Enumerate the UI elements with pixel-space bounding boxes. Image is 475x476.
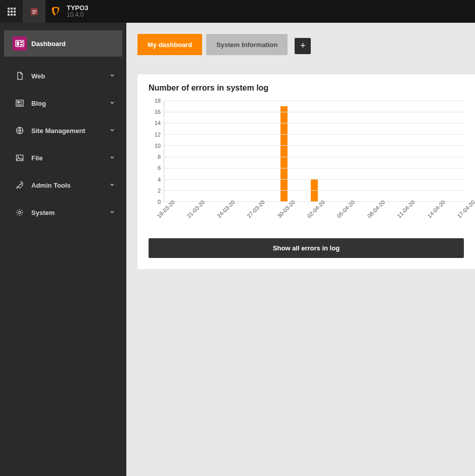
rocket-icon bbox=[11, 181, 28, 189]
sidebar-item-label: File bbox=[31, 154, 109, 162]
chevron-down-icon bbox=[109, 209, 115, 217]
svg-rect-11 bbox=[32, 12, 36, 13]
svg-rect-10 bbox=[32, 10, 36, 11]
y-tick: 0 bbox=[158, 199, 161, 205]
gear-icon bbox=[11, 208, 28, 217]
chevron-down-icon bbox=[109, 154, 115, 162]
pagetree-toggle-button[interactable] bbox=[23, 0, 45, 23]
chart-bars bbox=[164, 101, 464, 201]
sidebar-item-label: Dashboard bbox=[31, 40, 115, 48]
sidebar-item-admin-tools[interactable]: Admin Tools bbox=[4, 172, 122, 198]
svg-rect-16 bbox=[20, 44, 23, 46]
sidebar-item-label: Web bbox=[31, 72, 109, 80]
file-icon bbox=[11, 72, 28, 80]
y-tick: 6 bbox=[158, 165, 161, 171]
chart-y-axis: 024681012141618 bbox=[149, 101, 163, 202]
globe-icon bbox=[11, 126, 28, 135]
x-tick: 30-03-20 bbox=[276, 199, 296, 219]
chart-x-axis: 18-03-2021-03-2024-03-2027-03-2030-03-20… bbox=[164, 202, 464, 227]
svg-rect-18 bbox=[17, 101, 20, 103]
brand: TYPO3 10.4.0 bbox=[45, 0, 93, 23]
sidebar-item-label: Site Management bbox=[31, 127, 109, 135]
chart-plot-area bbox=[164, 101, 464, 202]
svg-rect-4 bbox=[11, 11, 13, 13]
sidebar-item-label: Blog bbox=[31, 100, 109, 107]
svg-point-25 bbox=[18, 156, 19, 158]
chevron-down-icon bbox=[109, 182, 115, 189]
svg-rect-12 bbox=[32, 13, 35, 14]
chart-bar bbox=[280, 106, 288, 201]
x-tick: 02-04-20 bbox=[306, 199, 326, 219]
svg-rect-7 bbox=[11, 14, 13, 16]
topbar: TYPO3 10.4.0 bbox=[0, 0, 475, 23]
tab-system-information[interactable]: System Information bbox=[206, 34, 288, 55]
dashboard-tabs: My dashboardSystem Information+ bbox=[126, 23, 475, 55]
sidebar-item-system[interactable]: System bbox=[4, 199, 122, 226]
x-tick: 08-04-20 bbox=[366, 199, 386, 219]
module-menu-button[interactable] bbox=[0, 0, 23, 23]
y-tick: 2 bbox=[158, 188, 161, 194]
svg-rect-6 bbox=[8, 14, 10, 16]
add-dashboard-button[interactable]: + bbox=[295, 38, 311, 54]
y-tick: 12 bbox=[155, 132, 161, 138]
x-tick: 24-03-20 bbox=[216, 199, 236, 219]
svg-rect-2 bbox=[14, 8, 16, 10]
image-icon bbox=[11, 154, 28, 162]
typo3-logo-icon bbox=[49, 5, 63, 19]
x-tick: 14-04-20 bbox=[426, 199, 446, 219]
dashboard-icon bbox=[11, 36, 28, 51]
grid-icon bbox=[8, 8, 16, 16]
svg-rect-24 bbox=[17, 155, 23, 161]
y-tick: 8 bbox=[158, 154, 161, 160]
tab-my-dashboard[interactable]: My dashboard bbox=[137, 34, 202, 55]
brand-name: TYPO3 bbox=[67, 5, 88, 12]
y-tick: 18 bbox=[155, 98, 161, 104]
x-tick: 21-03-20 bbox=[186, 199, 206, 219]
x-tick: 05-04-20 bbox=[336, 199, 356, 219]
plus-icon: + bbox=[300, 40, 306, 51]
main: My dashboardSystem Information+ Number o… bbox=[126, 23, 475, 476]
show-all-errors-button[interactable]: Show all errors in log bbox=[149, 238, 464, 258]
sidebar: DashboardWebBlogSite ManagementFileAdmin… bbox=[0, 23, 126, 476]
svg-rect-0 bbox=[8, 8, 10, 10]
chart: 024681012141618 18-03-2021-03-2024-03-20… bbox=[149, 101, 464, 227]
news-icon bbox=[11, 99, 28, 107]
widget-title: Number of errors in system log bbox=[149, 83, 464, 93]
sidebar-item-blog[interactable]: Blog bbox=[4, 90, 122, 116]
y-tick: 10 bbox=[155, 143, 161, 149]
x-tick: 11-04-20 bbox=[396, 199, 416, 219]
chevron-down-icon bbox=[109, 100, 115, 107]
errors-widget: Number of errors in system log 024681012… bbox=[137, 74, 475, 269]
clipboard-icon bbox=[30, 7, 39, 16]
svg-point-27 bbox=[19, 211, 21, 214]
x-tick: 17-04-20 bbox=[456, 199, 475, 219]
sidebar-item-site-management[interactable]: Site Management bbox=[4, 117, 122, 144]
y-tick: 16 bbox=[155, 109, 161, 115]
sidebar-item-web[interactable]: Web bbox=[4, 63, 122, 89]
svg-rect-14 bbox=[17, 41, 19, 46]
sidebar-item-dashboard[interactable]: Dashboard bbox=[4, 30, 122, 57]
svg-point-26 bbox=[20, 184, 21, 185]
sidebar-item-label: System bbox=[31, 209, 109, 217]
svg-rect-3 bbox=[8, 11, 10, 13]
x-tick: 27-03-20 bbox=[246, 199, 266, 219]
svg-rect-1 bbox=[11, 8, 13, 10]
svg-rect-8 bbox=[14, 14, 16, 16]
chevron-down-icon bbox=[109, 72, 115, 80]
svg-rect-5 bbox=[14, 11, 16, 13]
sidebar-item-file[interactable]: File bbox=[4, 145, 122, 171]
y-tick: 14 bbox=[155, 120, 161, 126]
y-tick: 4 bbox=[158, 177, 161, 183]
sidebar-item-label: Admin Tools bbox=[31, 182, 109, 189]
brand-version: 10.4.0 bbox=[67, 12, 88, 18]
svg-rect-15 bbox=[20, 41, 23, 43]
chevron-down-icon bbox=[109, 127, 115, 135]
